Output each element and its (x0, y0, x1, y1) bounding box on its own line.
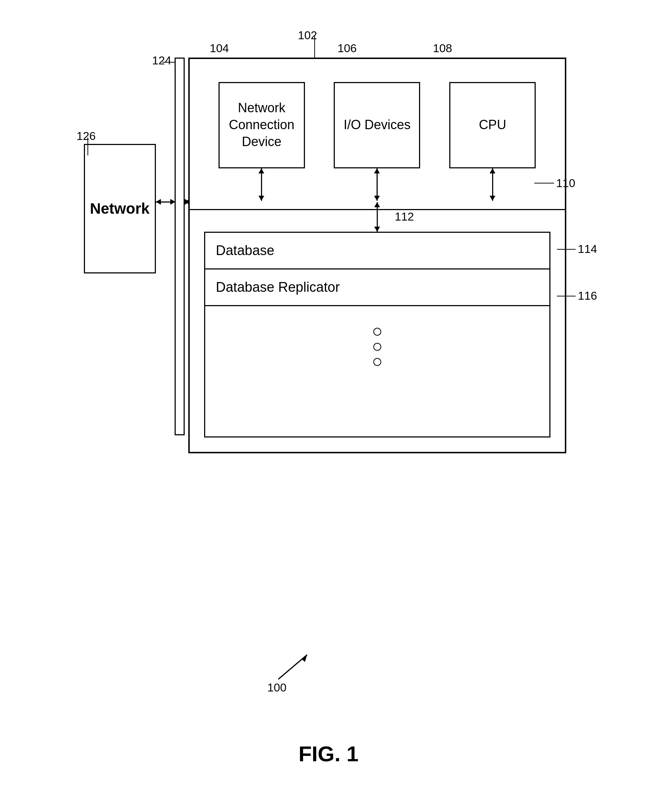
dots-section (205, 306, 550, 388)
cpu-container: CPU 110 (449, 82, 536, 201)
fig-label: FIG. 1 (299, 742, 358, 766)
ref-114-label: 114 (578, 242, 597, 256)
main-box: Network Connection Device I/O Devices (188, 57, 566, 453)
ncd-arrow (261, 168, 262, 201)
db-replicator-label: Database Replicator (216, 279, 340, 295)
io-label: I/O Devices (343, 116, 410, 134)
network-label: Network (90, 200, 150, 217)
diagram-container: 104 102 106 108 Network 126 124 Network … (77, 22, 581, 777)
cpu-label: CPU (479, 116, 506, 134)
ref-124-line (162, 62, 175, 63)
cpu-box: CPU (449, 82, 536, 168)
ref-112: 112 (395, 210, 414, 224)
database-label: Database (216, 243, 275, 258)
ref-124: 124 (152, 54, 171, 67)
ref-116-indicator: 116 (557, 289, 597, 303)
cpu-arrow (492, 168, 493, 201)
center-connector (377, 202, 378, 232)
ref-114-indicator: 114 (557, 242, 597, 256)
ref-110-label: 110 (556, 177, 575, 190)
ref-102-line (314, 36, 315, 57)
dot-2 (373, 343, 381, 351)
dot-1 (373, 328, 381, 336)
db-replicator-section: Database Replicator (205, 269, 550, 306)
bus-bar (174, 57, 185, 435)
ref-100-container: 100 (271, 651, 314, 680)
top-section: Network Connection Device I/O Devices (190, 59, 565, 210)
io-arrow (377, 168, 378, 201)
ref-126-line (87, 137, 88, 155)
inner-box: Database Database Replicator (204, 232, 550, 438)
ref-100-arrow-svg (271, 651, 314, 680)
ncd-container: Network Connection Device (218, 82, 305, 201)
network-box: Network (84, 144, 156, 273)
ref-104: 104 (210, 42, 229, 55)
ref-100-label: 100 (268, 681, 286, 694)
ref-126: 126 (77, 129, 96, 143)
database-section: Database (205, 233, 550, 269)
network-connection-device-box: Network Connection Device (218, 82, 305, 168)
network-to-bus-arrow (156, 202, 175, 203)
ref-106: 106 (338, 42, 357, 55)
io-devices-box: I/O Devices (334, 82, 420, 168)
ref-110-indicator: 110 (534, 177, 575, 190)
io-container: I/O Devices (334, 82, 420, 201)
ref-116-label: 116 (578, 289, 597, 303)
ref-108: 108 (433, 42, 452, 55)
dot-3 (373, 358, 381, 366)
ncd-label: Network Connection Device (220, 99, 304, 150)
